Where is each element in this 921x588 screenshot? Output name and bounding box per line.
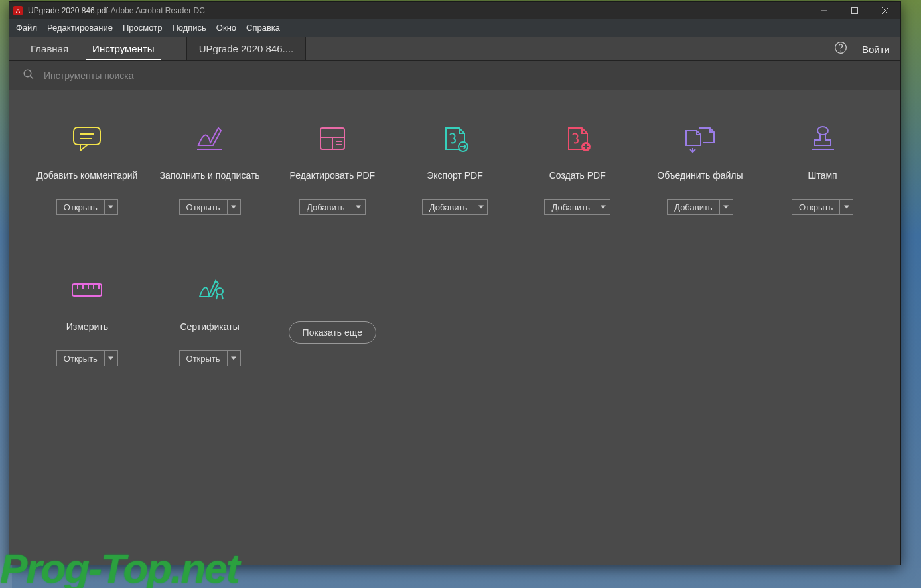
tool-action-label: Открыть	[180, 351, 227, 366]
tool-measure[interactable]: Измерить Открыть	[29, 275, 145, 366]
chevron-down-icon[interactable]	[597, 200, 610, 214]
signature-icon	[193, 123, 226, 154]
svg-rect-30	[72, 284, 102, 296]
tab-home-label: Главная	[31, 43, 68, 54]
menu-window[interactable]: Окно	[216, 23, 236, 33]
menu-file[interactable]: Файл	[16, 23, 37, 33]
tools-panel: Добавить комментарий Открыть Заполнит	[9, 90, 900, 565]
tool-action-button[interactable]: Открыть	[179, 350, 241, 366]
tool-label: Объединить файлы	[657, 162, 743, 188]
tool-stamp[interactable]: Штамп Открыть	[764, 123, 881, 215]
tool-label: Редактировать PDF	[289, 162, 375, 188]
tool-comment[interactable]: Добавить комментарий Открыть	[29, 123, 145, 215]
tool-label: Создать PDF	[549, 162, 606, 188]
comment-icon	[70, 123, 104, 154]
svg-point-37	[216, 288, 223, 295]
tool-create-pdf[interactable]: Создать PDF Добавить	[520, 123, 636, 215]
tool-action-label: Открыть	[792, 200, 839, 214]
chevron-down-icon[interactable]	[104, 351, 117, 366]
svg-marker-19	[356, 206, 361, 209]
login-link[interactable]: Войти	[862, 44, 890, 55]
ruler-icon	[70, 275, 104, 305]
chevron-down-icon[interactable]	[719, 200, 733, 214]
document-title: UPgrade 2020 846.pdf	[28, 6, 108, 15]
tools-search-input[interactable]	[44, 70, 887, 81]
tool-export-pdf[interactable]: Экспорт PDF Добавить	[397, 123, 513, 215]
help-icon[interactable]	[834, 41, 847, 57]
svg-rect-8	[74, 127, 100, 145]
close-button[interactable]	[870, 2, 900, 19]
show-more-button[interactable]: Показать еще	[289, 321, 376, 344]
stamp-icon	[806, 123, 839, 154]
tab-home[interactable]: Главная	[19, 37, 80, 60]
maximize-button[interactable]	[839, 2, 870, 19]
tool-action-label: Добавить	[423, 200, 474, 214]
tool-action-label: Открыть	[57, 200, 104, 214]
watermark: Prog-Top.net	[0, 545, 238, 588]
tool-edit-pdf[interactable]: Редактировать PDF Добавить	[274, 123, 390, 215]
chevron-down-icon[interactable]	[104, 200, 117, 214]
minimize-button[interactable]	[809, 2, 839, 19]
tab-bar: Главная Инструменты UPgrade 2020 846....…	[9, 37, 900, 61]
tab-document[interactable]: UPgrade 2020 846....	[186, 37, 307, 60]
svg-marker-36	[108, 357, 113, 360]
tool-action-label: Открыть	[57, 351, 104, 366]
svg-marker-26	[723, 206, 729, 209]
app-window: A UPgrade 2020 846.pdf - Adobe Acrobat R…	[9, 1, 901, 565]
search-icon	[23, 68, 35, 83]
tool-action-button[interactable]: Добавить	[422, 199, 488, 215]
chevron-down-icon[interactable]	[352, 200, 365, 214]
create-pdf-icon	[561, 123, 594, 154]
svg-marker-38	[231, 357, 236, 360]
tab-tools[interactable]: Инструменты	[80, 37, 167, 60]
menu-bar: Файл Редактирование Просмотр Подпись Окн…	[9, 19, 900, 37]
chevron-down-icon[interactable]	[227, 200, 240, 214]
tool-action-button[interactable]: Добавить	[667, 199, 733, 215]
svg-marker-29	[844, 206, 849, 209]
tool-action-button[interactable]: Открыть	[792, 199, 853, 215]
tool-action-button[interactable]: Открыть	[56, 199, 118, 215]
tool-label: Сертификаты	[180, 313, 239, 340]
tool-action-label: Добавить	[300, 200, 351, 214]
tool-label: Экспорт PDF	[427, 162, 483, 188]
svg-marker-13	[231, 206, 236, 209]
certificate-icon	[193, 275, 226, 305]
tool-certificates[interactable]: Сертификаты Открыть	[152, 275, 268, 366]
app-title: Adobe Acrobat Reader DC	[111, 6, 205, 15]
combine-icon	[683, 123, 717, 154]
svg-line-7	[30, 76, 33, 79]
tool-action-label: Добавить	[545, 200, 596, 214]
tools-search-bar	[9, 61, 900, 90]
tool-label: Штамп	[808, 162, 837, 188]
tool-action-button[interactable]: Добавить	[544, 199, 610, 215]
tool-combine-files[interactable]: Объединить файлы Добавить	[642, 123, 758, 215]
show-more-label: Показать еще	[303, 327, 362, 338]
menu-edit[interactable]: Редактирование	[47, 23, 113, 33]
tool-fill-sign[interactable]: Заполнить и подписать Открыть	[152, 123, 268, 215]
export-pdf-icon	[438, 123, 471, 154]
tool-label: Заполнить и подписать	[159, 162, 259, 188]
menu-view[interactable]: Просмотр	[123, 23, 162, 33]
tool-action-label: Добавить	[668, 200, 719, 214]
menu-sign[interactable]: Подпись	[172, 23, 206, 33]
title-bar: A UPgrade 2020 846.pdf - Adobe Acrobat R…	[9, 2, 900, 19]
svg-point-27	[817, 127, 828, 135]
svg-point-6	[24, 70, 31, 77]
svg-point-5	[840, 50, 841, 51]
tool-label: Измерить	[66, 313, 108, 340]
svg-rect-1	[852, 7, 858, 13]
tool-action-button[interactable]: Открыть	[179, 199, 241, 215]
chevron-down-icon[interactable]	[474, 200, 487, 214]
chevron-down-icon[interactable]	[227, 351, 240, 366]
tool-action-label: Открыть	[180, 200, 227, 214]
svg-marker-21	[478, 206, 484, 209]
tool-label: Добавить комментарий	[36, 162, 137, 188]
tool-action-button[interactable]: Добавить	[299, 199, 365, 215]
tool-action-button[interactable]: Открыть	[56, 350, 118, 366]
tab-document-label: UPgrade 2020 846....	[199, 43, 294, 54]
app-icon: A	[13, 6, 23, 15]
svg-marker-11	[108, 206, 113, 209]
menu-help[interactable]: Справка	[246, 23, 280, 33]
svg-marker-25	[601, 206, 606, 209]
chevron-down-icon[interactable]	[839, 200, 853, 214]
